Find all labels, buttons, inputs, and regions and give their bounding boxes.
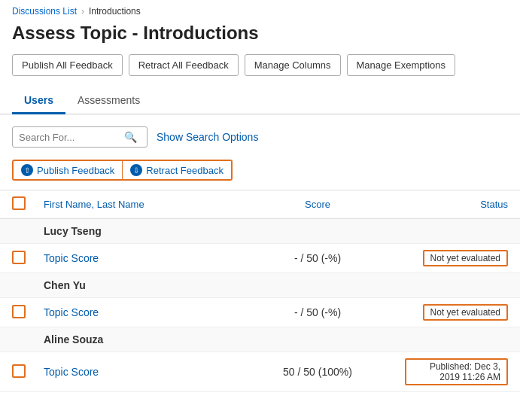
retract-all-button[interactable]: Retract All Feedback — [129, 54, 239, 76]
breadcrumb-separator: › — [81, 6, 84, 17]
select-all-checkbox[interactable] — [12, 196, 26, 210]
action-group: ⇧ Publish Feedback ⇩ Retract Feedback — [12, 160, 233, 181]
group-checkbox-cell — [0, 219, 32, 244]
publish-feedback-label: Publish Feedback — [37, 165, 114, 176]
table-row: Topic Score - / 50 (-%) Not yet evaluate… — [0, 244, 520, 273]
publish-feedback-button[interactable]: ⇧ Publish Feedback — [14, 161, 123, 179]
manage-exemptions-button[interactable]: Manage Exemptions — [347, 54, 456, 76]
row-status: Not yet evaluated — [393, 298, 520, 327]
breadcrumb-parent[interactable]: Discussions List — [12, 6, 77, 17]
row-status: Not yet evaluated — [393, 244, 520, 273]
row-checkbox-cell — [0, 244, 32, 273]
select-all-header — [0, 190, 32, 219]
row-name[interactable]: Topic Score — [32, 352, 242, 392]
breadcrumb-current: Introductions — [89, 6, 141, 17]
group-header: Lucy Tseng — [0, 219, 520, 244]
publish-all-button[interactable]: Publish All Feedback — [12, 54, 123, 76]
row-name[interactable]: Topic Score — [32, 244, 242, 273]
show-search-options-link[interactable]: Show Search Options — [157, 131, 258, 143]
retract-feedback-icon: ⇩ — [130, 164, 142, 176]
search-input[interactable] — [19, 132, 124, 143]
group-name: Chen Yu — [32, 273, 520, 298]
row-checkbox-cell — [0, 298, 32, 327]
search-icon: 🔍 — [124, 131, 137, 143]
col-header-score: Score — [242, 190, 393, 219]
col-header-status: Status — [393, 190, 520, 219]
group-checkbox-cell — [0, 327, 32, 352]
manage-columns-button[interactable]: Manage Columns — [245, 54, 341, 76]
group-header: Aline Souza — [0, 327, 520, 352]
retract-feedback-button[interactable]: ⇩ Retract Feedback — [123, 161, 231, 179]
table-row: Topic Score - / 50 (-%) Not yet evaluate… — [0, 298, 520, 327]
row-name[interactable]: Topic Score — [32, 298, 242, 327]
status-badge: Not yet evaluated — [423, 304, 508, 321]
row-checkbox-cell — [0, 352, 32, 392]
search-area: 🔍 Show Search Options — [0, 126, 520, 157]
table-row: Topic Score 50 / 50 (100%) Published: De… — [0, 352, 520, 392]
action-bar: ⇧ Publish Feedback ⇩ Retract Feedback — [0, 157, 520, 187]
page-title: Assess Topic - Introductions — [0, 20, 520, 54]
status-badge: Published: Dec 3, 2019 11:26 AM — [405, 358, 508, 385]
retract-feedback-label: Retract Feedback — [146, 165, 224, 176]
row-checkbox[interactable] — [12, 364, 26, 378]
row-status: Published: Dec 3, 2019 11:26 AM — [393, 352, 520, 392]
toolbar: Publish All Feedback Retract All Feedbac… — [0, 54, 520, 88]
row-score: - / 50 (-%) — [242, 298, 393, 327]
tab-users[interactable]: Users — [12, 88, 65, 114]
group-name: Aline Souza — [32, 327, 520, 352]
row-checkbox[interactable] — [12, 251, 26, 264]
row-checkbox[interactable] — [12, 305, 26, 318]
row-score: 50 / 50 (100%) — [242, 352, 393, 392]
publish-feedback-icon: ⇧ — [21, 164, 33, 176]
col-header-name: First Name, Last Name — [32, 190, 242, 219]
group-name: Lucy Tseng — [32, 219, 520, 244]
breadcrumb: Discussions List › Introductions — [0, 0, 520, 20]
tab-assessments[interactable]: Assessments — [65, 88, 152, 114]
tabs: Users Assessments — [0, 88, 520, 114]
group-checkbox-cell — [0, 273, 32, 298]
group-header: Chen Yu — [0, 273, 520, 298]
status-badge: Not yet evaluated — [423, 250, 508, 266]
search-box: 🔍 — [12, 126, 147, 148]
row-score: - / 50 (-%) — [242, 244, 393, 273]
data-table: First Name, Last Name Score Status Lucy … — [0, 190, 520, 392]
